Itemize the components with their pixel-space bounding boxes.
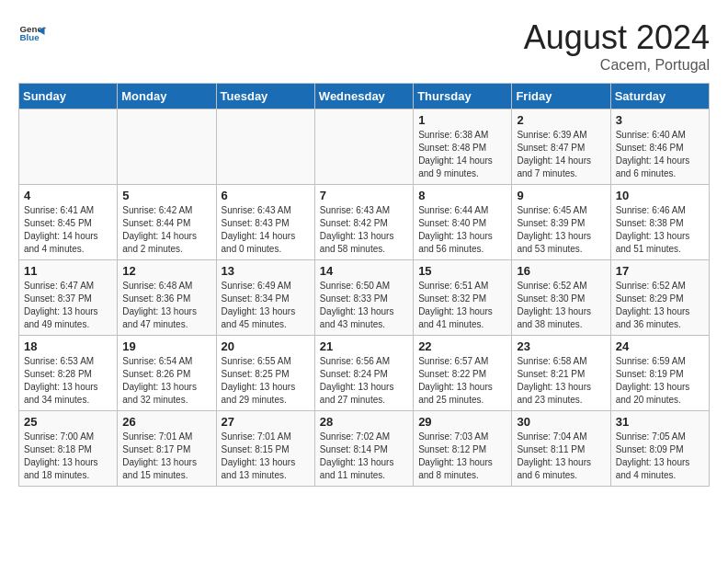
page-header: General Blue August 2024 Cacem, Portugal — [18, 18, 710, 74]
calendar-week-row: 4Sunrise: 6:41 AM Sunset: 8:45 PM Daylig… — [19, 185, 710, 260]
day-info: Sunrise: 6:52 AM Sunset: 8:29 PM Dayligh… — [616, 280, 704, 331]
calendar-header-row: Sunday Monday Tuesday Wednesday Thursday… — [19, 84, 710, 109]
day-number: 20 — [222, 339, 310, 353]
day-info: Sunrise: 6:51 AM Sunset: 8:32 PM Dayligh… — [418, 280, 506, 331]
day-number: 22 — [418, 339, 506, 353]
table-row: 10Sunrise: 6:46 AM Sunset: 8:38 PM Dayli… — [610, 185, 709, 260]
day-info: Sunrise: 7:00 AM Sunset: 8:18 PM Dayligh… — [24, 431, 112, 482]
day-info: Sunrise: 6:50 AM Sunset: 8:33 PM Dayligh… — [320, 280, 408, 331]
day-info: Sunrise: 7:05 AM Sunset: 8:09 PM Dayligh… — [616, 431, 704, 482]
col-monday: Monday — [118, 84, 216, 109]
day-number: 24 — [616, 339, 704, 353]
col-wednesday: Wednesday — [314, 84, 413, 109]
day-number: 6 — [222, 189, 310, 202]
title-block: August 2024 Cacem, Portugal — [524, 18, 710, 74]
day-number: 21 — [320, 339, 408, 353]
day-number: 27 — [222, 415, 310, 429]
table-row: 5Sunrise: 6:42 AM Sunset: 8:44 PM Daylig… — [118, 185, 216, 260]
day-number: 19 — [122, 339, 210, 353]
table-row: 6Sunrise: 6:43 AM Sunset: 8:43 PM Daylig… — [216, 185, 314, 260]
table-row: 21Sunrise: 6:56 AM Sunset: 8:24 PM Dayli… — [314, 336, 413, 411]
table-row: 8Sunrise: 6:44 AM Sunset: 8:40 PM Daylig… — [414, 185, 512, 260]
day-info: Sunrise: 6:40 AM Sunset: 8:46 PM Dayligh… — [616, 129, 704, 180]
table-row: 26Sunrise: 7:01 AM Sunset: 8:17 PM Dayli… — [118, 411, 216, 487]
table-row: 27Sunrise: 7:01 AM Sunset: 8:15 PM Dayli… — [216, 411, 314, 487]
calendar-table: Sunday Monday Tuesday Wednesday Thursday… — [18, 83, 710, 487]
table-row: 15Sunrise: 6:51 AM Sunset: 8:32 PM Dayli… — [414, 260, 512, 336]
day-info: Sunrise: 6:55 AM Sunset: 8:25 PM Dayligh… — [222, 355, 310, 407]
table-row: 30Sunrise: 7:04 AM Sunset: 8:11 PM Dayli… — [512, 411, 610, 487]
day-number: 25 — [24, 415, 112, 429]
day-info: Sunrise: 6:47 AM Sunset: 8:37 PM Dayligh… — [24, 280, 112, 331]
logo-icon: General Blue — [18, 18, 46, 46]
table-row: 28Sunrise: 7:02 AM Sunset: 8:14 PM Dayli… — [314, 411, 413, 487]
table-row: 2Sunrise: 6:39 AM Sunset: 8:47 PM Daylig… — [512, 109, 610, 185]
day-info: Sunrise: 6:44 AM Sunset: 8:40 PM Dayligh… — [418, 204, 506, 256]
day-info: Sunrise: 7:01 AM Sunset: 8:17 PM Dayligh… — [122, 431, 210, 482]
col-tuesday: Tuesday — [216, 84, 314, 109]
day-info: Sunrise: 6:52 AM Sunset: 8:30 PM Dayligh… — [517, 280, 605, 331]
table-row — [118, 109, 216, 185]
day-info: Sunrise: 6:49 AM Sunset: 8:34 PM Dayligh… — [222, 280, 310, 331]
col-sunday: Sunday — [19, 84, 118, 109]
day-number: 18 — [24, 339, 112, 353]
day-info: Sunrise: 6:38 AM Sunset: 8:48 PM Dayligh… — [418, 129, 506, 180]
table-row: 4Sunrise: 6:41 AM Sunset: 8:45 PM Daylig… — [19, 185, 118, 260]
col-friday: Friday — [512, 84, 610, 109]
calendar-week-row: 1Sunrise: 6:38 AM Sunset: 8:48 PM Daylig… — [19, 109, 710, 185]
table-row — [216, 109, 314, 185]
day-info: Sunrise: 6:46 AM Sunset: 8:38 PM Dayligh… — [616, 204, 704, 256]
day-number: 12 — [122, 264, 210, 278]
table-row: 24Sunrise: 6:59 AM Sunset: 8:19 PM Dayli… — [610, 336, 709, 411]
day-info: Sunrise: 6:41 AM Sunset: 8:45 PM Dayligh… — [24, 204, 112, 256]
table-row: 22Sunrise: 6:57 AM Sunset: 8:22 PM Dayli… — [414, 336, 512, 411]
table-row: 19Sunrise: 6:54 AM Sunset: 8:26 PM Dayli… — [118, 336, 216, 411]
main-title: August 2024 — [524, 18, 710, 57]
day-info: Sunrise: 6:43 AM Sunset: 8:43 PM Dayligh… — [222, 204, 310, 256]
day-number: 14 — [320, 264, 408, 278]
table-row: 12Sunrise: 6:48 AM Sunset: 8:36 PM Dayli… — [118, 260, 216, 336]
calendar-week-row: 18Sunrise: 6:53 AM Sunset: 8:28 PM Dayli… — [19, 336, 710, 411]
day-number: 16 — [517, 264, 605, 278]
day-info: Sunrise: 6:45 AM Sunset: 8:39 PM Dayligh… — [517, 204, 605, 256]
day-number: 10 — [616, 189, 704, 202]
svg-text:Blue: Blue — [20, 32, 40, 42]
table-row: 17Sunrise: 6:52 AM Sunset: 8:29 PM Dayli… — [610, 260, 709, 336]
day-number: 9 — [517, 189, 605, 202]
day-number: 31 — [616, 415, 704, 429]
day-info: Sunrise: 6:48 AM Sunset: 8:36 PM Dayligh… — [122, 280, 210, 331]
table-row: 14Sunrise: 6:50 AM Sunset: 8:33 PM Dayli… — [314, 260, 413, 336]
subtitle: Cacem, Portugal — [524, 57, 710, 74]
day-info: Sunrise: 7:03 AM Sunset: 8:12 PM Dayligh… — [418, 431, 506, 482]
day-info: Sunrise: 7:02 AM Sunset: 8:14 PM Dayligh… — [320, 431, 408, 482]
table-row: 31Sunrise: 7:05 AM Sunset: 8:09 PM Dayli… — [610, 411, 709, 487]
day-number: 3 — [616, 113, 704, 127]
table-row: 3Sunrise: 6:40 AM Sunset: 8:46 PM Daylig… — [610, 109, 709, 185]
day-number: 30 — [517, 415, 605, 429]
table-row: 16Sunrise: 6:52 AM Sunset: 8:30 PM Dayli… — [512, 260, 610, 336]
day-number: 29 — [418, 415, 506, 429]
day-number: 17 — [616, 264, 704, 278]
table-row: 20Sunrise: 6:55 AM Sunset: 8:25 PM Dayli… — [216, 336, 314, 411]
day-number: 1 — [418, 113, 506, 127]
day-info: Sunrise: 6:39 AM Sunset: 8:47 PM Dayligh… — [517, 129, 605, 180]
table-row: 25Sunrise: 7:00 AM Sunset: 8:18 PM Dayli… — [19, 411, 118, 487]
logo: General Blue — [18, 18, 46, 46]
table-row: 11Sunrise: 6:47 AM Sunset: 8:37 PM Dayli… — [19, 260, 118, 336]
table-row — [314, 109, 413, 185]
day-info: Sunrise: 6:43 AM Sunset: 8:42 PM Dayligh… — [320, 204, 408, 256]
calendar-week-row: 11Sunrise: 6:47 AM Sunset: 8:37 PM Dayli… — [19, 260, 710, 336]
table-row: 13Sunrise: 6:49 AM Sunset: 8:34 PM Dayli… — [216, 260, 314, 336]
day-number: 2 — [517, 113, 605, 127]
day-info: Sunrise: 6:59 AM Sunset: 8:19 PM Dayligh… — [616, 355, 704, 407]
day-number: 4 — [24, 189, 112, 202]
table-row — [19, 109, 118, 185]
col-thursday: Thursday — [414, 84, 512, 109]
table-row: 7Sunrise: 6:43 AM Sunset: 8:42 PM Daylig… — [314, 185, 413, 260]
day-number: 28 — [320, 415, 408, 429]
table-row: 18Sunrise: 6:53 AM Sunset: 8:28 PM Dayli… — [19, 336, 118, 411]
table-row: 23Sunrise: 6:58 AM Sunset: 8:21 PM Dayli… — [512, 336, 610, 411]
calendar-week-row: 25Sunrise: 7:00 AM Sunset: 8:18 PM Dayli… — [19, 411, 710, 487]
day-info: Sunrise: 7:01 AM Sunset: 8:15 PM Dayligh… — [222, 431, 310, 482]
day-info: Sunrise: 6:54 AM Sunset: 8:26 PM Dayligh… — [122, 355, 210, 407]
